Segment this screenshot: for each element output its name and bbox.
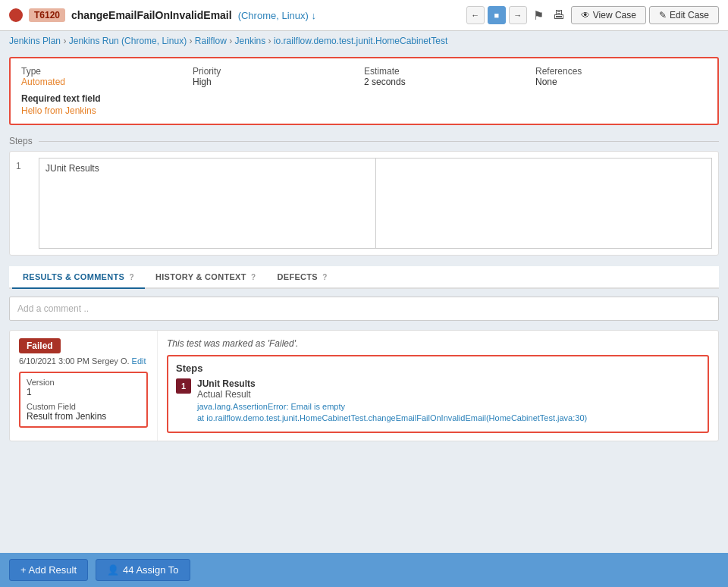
references-col: References None (535, 66, 707, 87)
steps-result-title: Steps (176, 363, 700, 374)
priority-label: Priority (193, 66, 364, 77)
version-value: 1 (27, 387, 140, 397)
step-result-row: 1 JUnit Results Actual Result java.lang.… (176, 378, 700, 422)
case-env: (Chrome, Linux) ↓ (238, 10, 316, 21)
breadcrumb-item-0[interactable]: Jenkins Plan (9, 36, 61, 46)
references-label: References (535, 66, 707, 77)
edit-icon: ✎ (659, 10, 667, 20)
nav-arrow-group: ← ■ → ⚑ 🖶 👁 View Case ✎ Edit Case (466, 6, 719, 24)
print-icon-btn[interactable]: 🖶 (550, 7, 568, 24)
step-expected-cell (376, 158, 713, 249)
tab-defects[interactable]: DEFECTS ? (267, 266, 338, 289)
step-number: 1 (16, 158, 39, 249)
breadcrumb-item-2[interactable]: Railflow (195, 36, 227, 46)
step-action-text: JUnit Results (46, 163, 99, 174)
step-result-num-badge: 1 (176, 378, 191, 394)
step-result-name: JUnit Results (197, 378, 587, 389)
main-content: Type Automated Priority High Estimate 2 … (0, 51, 728, 455)
view-icon: 👁 (581, 10, 590, 20)
top-bar: T6120 changeEmailFailOnInvalidEmail (Chr… (0, 0, 728, 31)
breadcrumb: Jenkins Plan › Jenkins Run (Chrome, Linu… (0, 31, 728, 51)
type-col: Type Automated (21, 66, 193, 87)
priority-col: Priority High (193, 66, 364, 87)
tab-history-context[interactable]: HISTORY & CONTEXT ? (145, 266, 267, 289)
required-field-value: Hello from Jenkins (21, 105, 707, 116)
tab1-help: ? (130, 273, 134, 281)
steps-result-box: Steps 1 JUnit Results Actual Result java… (167, 355, 709, 433)
tab-results-comments[interactable]: RESULTS & COMMENTS ? (12, 266, 145, 289)
assign-icon: 👤 (107, 564, 119, 576)
nav-next-btn[interactable]: → (509, 6, 527, 24)
info-grid: Type Automated Priority High Estimate 2 … (21, 66, 707, 87)
breadcrumb-item-1[interactable]: Jenkins Run (Chrome, Linux) (69, 36, 187, 46)
version-label: Version (27, 378, 140, 387)
bottom-bar: + Add Result 👤 44 Assign To (0, 553, 728, 587)
info-box: Type Automated Priority High Estimate 2 … (9, 57, 719, 125)
view-case-btn[interactable]: 👁 View Case (571, 6, 646, 24)
tabs-bar: RESULTS & COMMENTS ? HISTORY & CONTEXT ?… (9, 266, 719, 289)
nav-bookmark-btn[interactable]: ■ (488, 6, 506, 24)
assign-to-btn[interactable]: 👤 44 Assign To (96, 559, 190, 581)
tab2-help: ? (251, 273, 256, 281)
steps-container: 1 JUnit Results (9, 151, 719, 256)
result-meta: 6/10/2021 3:00 PM Sergey O. Edit (19, 356, 148, 366)
result-edit-link[interactable]: Edit (132, 356, 146, 366)
result-italic-msg: This test was marked as 'Failed'. (167, 338, 709, 349)
step-result-content: JUnit Results Actual Result java.lang.As… (197, 378, 587, 422)
breadcrumb-item-3[interactable]: Jenkins (235, 36, 266, 46)
version-box: Version 1 Custom Field Result from Jenki… (19, 372, 148, 428)
status-dot (9, 8, 23, 22)
breadcrumb-item-4[interactable]: io.railflow.demo.test.junit.HomeCabinetT… (274, 36, 447, 46)
comment-placeholder: Add a comment .. (17, 303, 89, 314)
flag-icon-btn[interactable]: ⚑ (530, 7, 547, 24)
add-result-btn[interactable]: + Add Result (9, 559, 88, 581)
required-field-label: Required text field (21, 93, 707, 104)
comment-box[interactable]: Add a comment .. (9, 297, 719, 321)
custom-field-label: Custom Field (27, 402, 140, 411)
case-id-badge: T6120 (29, 8, 65, 22)
result-entry: Failed 6/10/2021 3:00 PM Sergey O. Edit … (9, 330, 719, 441)
estimate-label: Estimate (364, 66, 535, 77)
edit-case-btn[interactable]: ✎ Edit Case (649, 6, 719, 24)
step-result-actual: Actual Result (197, 389, 587, 400)
step-row: 1 JUnit Results (16, 158, 712, 249)
estimate-value: 2 seconds (364, 77, 535, 87)
step-result-error-line1: java.lang.AssertionError: Email is empty (197, 402, 587, 411)
type-label: Type (21, 66, 193, 77)
tab3-help: ? (322, 273, 327, 281)
step-action-cell: JUnit Results (39, 158, 376, 249)
case-title: changeEmailFailOnInvalidEmail (71, 9, 232, 21)
result-right: This test was marked as 'Failed'. Steps … (158, 331, 718, 441)
result-left: Failed 6/10/2021 3:00 PM Sergey O. Edit … (10, 331, 158, 441)
steps-section-label: Steps (9, 136, 719, 146)
nav-prev-btn[interactable]: ← (466, 6, 485, 24)
references-value: None (535, 77, 707, 87)
type-value: Automated (21, 77, 193, 87)
custom-field-value: Result from Jenkins (27, 411, 140, 422)
step-result-error-line2: at io.railflow.demo.test.junit.HomeCabin… (197, 413, 587, 422)
failed-badge: Failed (19, 338, 61, 353)
priority-value: High (193, 77, 364, 87)
estimate-col: Estimate 2 seconds (364, 66, 535, 87)
